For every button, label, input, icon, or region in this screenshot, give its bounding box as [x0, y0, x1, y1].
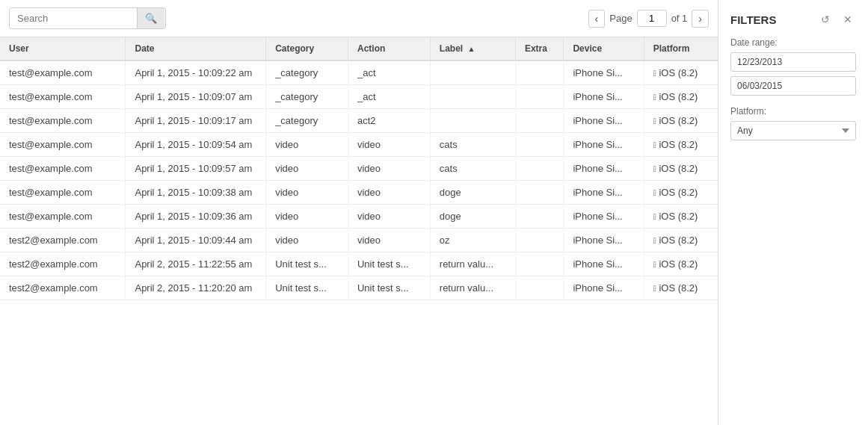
- table-cell:  iOS (8.2): [644, 252, 718, 276]
- table-cell: [430, 61, 515, 85]
- apple-icon: : [653, 260, 656, 269]
- pagination: ‹ Page of 1 ›: [588, 10, 709, 28]
- table-cell: [515, 205, 564, 229]
- col-header-extra[interactable]: Extra: [515, 37, 564, 61]
- date-to-calendar-button[interactable]: 📅: [855, 77, 856, 95]
- table-cell: test2@example.com: [0, 229, 126, 252]
- table-cell:  iOS (8.2): [644, 276, 718, 300]
- table-cell: [515, 181, 564, 205]
- platform-select[interactable]: Any iOS Android: [730, 121, 856, 140]
- table-cell: [515, 157, 564, 181]
- table-cell: April 1, 2015 - 10:09:57 am: [126, 157, 266, 181]
- table-cell: Unit test s...: [348, 252, 430, 276]
- table-cell: cats: [430, 157, 515, 181]
- table-cell: iPhone Si...: [564, 157, 644, 181]
- search-icon: 🔍: [145, 13, 157, 24]
- table-cell: return valu...: [430, 276, 515, 300]
- table-row: test@example.comApril 1, 2015 - 10:09:07…: [0, 85, 718, 109]
- table-cell: video: [348, 181, 430, 205]
- filters-close-button[interactable]: ✕: [840, 12, 856, 27]
- table-cell: test@example.com: [0, 109, 126, 133]
- table-row: test2@example.comApril 2, 2015 - 11:22:5…: [0, 252, 718, 276]
- table-cell: video: [266, 229, 348, 252]
- table-cell: [515, 276, 564, 300]
- table-cell: doge: [430, 205, 515, 229]
- date-range-filter: Date range: 📅 📅: [730, 37, 856, 96]
- table-cell: Unit test s...: [266, 252, 348, 276]
- table-cell: iPhone Si...: [564, 205, 644, 229]
- table-cell: test@example.com: [0, 133, 126, 157]
- table-cell: [515, 61, 564, 85]
- filters-header: FILTERS ↺ ✕: [730, 12, 856, 27]
- table-row: test2@example.comApril 2, 2015 - 11:20:2…: [0, 276, 718, 300]
- col-header-platform[interactable]: Platform: [644, 37, 718, 61]
- table-cell:  iOS (8.2): [644, 157, 718, 181]
- table-cell: act2: [348, 109, 430, 133]
- table-cell:  iOS (8.2): [644, 109, 718, 133]
- pagination-of-label: of 1: [671, 13, 688, 24]
- search-box: 🔍: [9, 7, 166, 29]
- table-cell: iPhone Si...: [564, 276, 644, 300]
- table-cell: doge: [430, 181, 515, 205]
- pagination-prev-button[interactable]: ‹: [588, 10, 606, 28]
- table-cell: April 1, 2015 - 10:09:36 am: [126, 205, 266, 229]
- date-from-calendar-button[interactable]: 📅: [855, 53, 856, 71]
- table-cell:  iOS (8.2): [644, 229, 718, 252]
- data-table: User Date Category Action Label ▲ Extra …: [0, 37, 718, 300]
- table-cell: iPhone Si...: [564, 133, 644, 157]
- table-cell: return valu...: [430, 252, 515, 276]
- table-row: test@example.comApril 1, 2015 - 10:09:36…: [0, 205, 718, 229]
- table-cell: April 1, 2015 - 10:09:17 am: [126, 109, 266, 133]
- table-cell:  iOS (8.2): [644, 133, 718, 157]
- col-header-device[interactable]: Device: [564, 37, 644, 61]
- filters-panel: FILTERS ↺ ✕ Date range: 📅 📅 Platform:: [718, 0, 868, 425]
- table-cell: test@example.com: [0, 205, 126, 229]
- table-cell: [515, 85, 564, 109]
- date-from-container: 📅: [730, 52, 856, 72]
- table-cell: [515, 252, 564, 276]
- table-cell: Unit test s...: [266, 276, 348, 300]
- col-header-category[interactable]: Category: [266, 37, 348, 61]
- filters-refresh-button[interactable]: ↺: [817, 12, 834, 27]
- apple-icon: : [653, 284, 656, 293]
- date-to-container: 📅: [730, 76, 856, 96]
- date-to-input[interactable]: [731, 77, 855, 95]
- table-cell: April 2, 2015 - 11:20:20 am: [126, 276, 266, 300]
- table-cell:  iOS (8.2): [644, 181, 718, 205]
- apple-icon: : [653, 117, 656, 125]
- platform-label: Platform:: [730, 106, 856, 117]
- col-header-action[interactable]: Action: [348, 37, 430, 61]
- table-cell: [515, 109, 564, 133]
- pagination-next-button[interactable]: ›: [692, 10, 709, 28]
- table-cell: _category: [266, 85, 348, 109]
- table-cell: video: [348, 229, 430, 252]
- table-cell: iPhone Si...: [564, 181, 644, 205]
- table-cell: video: [266, 181, 348, 205]
- apple-icon: : [653, 93, 656, 102]
- table-cell: _act: [348, 85, 430, 109]
- filters-title: FILTERS: [730, 13, 811, 26]
- col-header-label[interactable]: Label ▲: [430, 37, 515, 61]
- pagination-page-label: Page: [609, 13, 632, 24]
- search-input[interactable]: [10, 8, 137, 28]
- table-cell: April 1, 2015 - 10:09:54 am: [126, 133, 266, 157]
- table-cell: iPhone Si...: [564, 61, 644, 85]
- col-header-user[interactable]: User: [0, 37, 126, 61]
- table-cell: [430, 109, 515, 133]
- table-cell: April 1, 2015 - 10:09:22 am: [126, 61, 266, 85]
- toolbar: 🔍 ‹ Page of 1 ›: [0, 0, 718, 37]
- table-cell: test@example.com: [0, 85, 126, 109]
- table-cell:  iOS (8.2): [644, 61, 718, 85]
- table-cell: April 2, 2015 - 11:22:55 am: [126, 252, 266, 276]
- pagination-page-input[interactable]: [637, 10, 667, 27]
- platform-select-container: Any iOS Android: [730, 121, 856, 140]
- date-from-input[interactable]: [731, 53, 855, 71]
- search-button[interactable]: 🔍: [137, 8, 164, 28]
- table-row: test@example.comApril 1, 2015 - 10:09:38…: [0, 181, 718, 205]
- table-row: test@example.comApril 1, 2015 - 10:09:17…: [0, 109, 718, 133]
- table-cell:  iOS (8.2): [644, 85, 718, 109]
- col-header-date[interactable]: Date: [126, 37, 266, 61]
- table-cell: test2@example.com: [0, 276, 126, 300]
- table-cell: video: [348, 133, 430, 157]
- table-row: test2@example.comApril 1, 2015 - 10:09:4…: [0, 229, 718, 252]
